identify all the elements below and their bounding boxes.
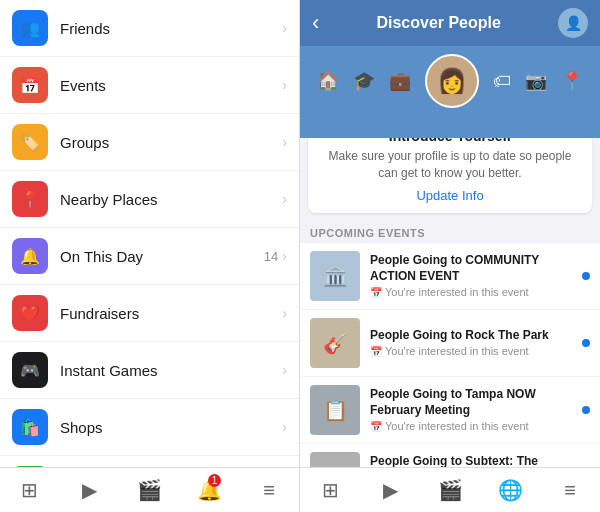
- right-panel-title: Discover People: [319, 14, 558, 32]
- chevron-icon-instant-games: ›: [282, 362, 287, 378]
- event-dot-event3: [582, 406, 590, 414]
- right-nav-menu[interactable]: ≡: [540, 474, 600, 506]
- right-bottom-nav-bar: ⊞▶🎬🌐≡: [300, 467, 600, 512]
- menu-item-instant-games[interactable]: 🎮 Instant Games ›: [0, 342, 299, 399]
- right-nav-icon-globe: 🌐: [498, 478, 523, 502]
- right-panel: ‹ Discover People 👤 🏠 🎓 💼 👩 🏷 📷 📍 Introd…: [300, 0, 600, 512]
- menu-icon-shops: 🛍️: [12, 409, 48, 445]
- right-nav-icon-home: ⊞: [322, 478, 339, 502]
- menu-label-friends: Friends: [60, 20, 282, 37]
- menu-label-shops: Shops: [60, 419, 282, 436]
- event-info-event4: People Going to Subtext: The Conceptual …: [370, 454, 576, 467]
- left-panel: 👥 Friends › 📅 Events › 🏷️ Groups › 📍 Nea…: [0, 0, 300, 512]
- menu-label-instant-games: Instant Games: [60, 362, 282, 379]
- event-item-event1[interactable]: 🏛️ People Going to COMMUNITY ACTION EVEN…: [300, 243, 600, 309]
- event-item-event3[interactable]: 📋 People Going to Tampa NOW February Mee…: [300, 377, 600, 443]
- right-nav-play[interactable]: ▶: [360, 474, 420, 506]
- event-dot-event2: [582, 339, 590, 347]
- menu-item-friends[interactable]: 👥 Friends ›: [0, 0, 299, 57]
- right-nav-globe[interactable]: 🌐: [480, 474, 540, 506]
- back-button[interactable]: ‹: [312, 10, 319, 36]
- menu-icon-on-this-day: 🔔: [12, 238, 48, 274]
- menu-icon-events: 📅: [12, 67, 48, 103]
- left-nav-play[interactable]: ▶: [60, 474, 120, 506]
- right-nav-icon-play: ▶: [383, 478, 398, 502]
- update-info-button[interactable]: Update Info: [320, 188, 580, 203]
- menu-icon-friends: 👥: [12, 10, 48, 46]
- menu-icon-instant-games: 🎮: [12, 352, 48, 388]
- event-title-event2: People Going to Rock The Park: [370, 328, 576, 344]
- nav-icon-home: ⊞: [21, 478, 38, 502]
- header-avatar[interactable]: 👤: [558, 8, 588, 38]
- graduation-icon[interactable]: 🎓: [353, 70, 375, 92]
- calendar-icon-event1: 📅: [370, 287, 382, 298]
- left-nav-home[interactable]: ⊞: [0, 474, 60, 506]
- event-title-event4: People Going to Subtext: The Conceptual …: [370, 454, 576, 467]
- right-nav-icon-menu: ≡: [564, 479, 576, 502]
- menu-label-nearby-places: Nearby Places: [60, 191, 282, 208]
- menu-item-events[interactable]: 📅 Events ›: [0, 57, 299, 114]
- location-icon[interactable]: 📍: [561, 70, 583, 92]
- upcoming-events-label: UPCOMING EVENTS: [300, 221, 600, 243]
- menu-label-events: Events: [60, 77, 282, 94]
- menu-item-on-this-day[interactable]: 🔔 On This Day 14 ›: [0, 228, 299, 285]
- bottom-nav-bar: ⊞▶🎬🔔1≡: [0, 467, 299, 512]
- left-nav-notifications[interactable]: 🔔1: [179, 474, 239, 506]
- nav-icon-menu: ≡: [263, 479, 275, 502]
- menu-list: 👥 Friends › 📅 Events › 🏷️ Groups › 📍 Nea…: [0, 0, 299, 467]
- left-nav-video[interactable]: 🎬: [120, 474, 180, 506]
- calendar-icon-event2: 📅: [370, 346, 382, 357]
- chevron-icon-fundraisers: ›: [282, 305, 287, 321]
- menu-badge-on-this-day: 14: [264, 249, 278, 264]
- home-profile-icon[interactable]: 🏠: [317, 70, 339, 92]
- menu-label-on-this-day: On This Day: [60, 248, 264, 265]
- nav-badge-notifications: 1: [208, 474, 222, 487]
- photo-icon[interactable]: 📷: [525, 70, 547, 92]
- chevron-icon-events: ›: [282, 77, 287, 93]
- event-info-event2: People Going to Rock The Park 📅 You're i…: [370, 328, 576, 358]
- event-sub-event2: 📅 You're interested in this event: [370, 345, 576, 357]
- event-thumbnail-event3: 📋: [310, 385, 360, 435]
- event-sub-event1: 📅 You're interested in this event: [370, 286, 576, 298]
- briefcase-icon[interactable]: 💼: [389, 70, 411, 92]
- menu-item-groups[interactable]: 🏷️ Groups ›: [0, 114, 299, 171]
- event-info-event3: People Going to Tampa NOW February Meeti…: [370, 387, 576, 432]
- event-thumbnail-event2: 🎸: [310, 318, 360, 368]
- event-item-event4[interactable]: 🎨 People Going to Subtext: The Conceptua…: [300, 444, 600, 467]
- menu-item-shops[interactable]: 🛍️ Shops ›: [0, 399, 299, 456]
- introduce-desc: Make sure your profile is up to date so …: [320, 148, 580, 182]
- chevron-icon-shops: ›: [282, 419, 287, 435]
- event-title-event1: People Going to COMMUNITY ACTION EVENT: [370, 253, 576, 284]
- profile-avatar-large[interactable]: 👩: [425, 54, 479, 108]
- menu-item-fundraisers[interactable]: ❤️ Fundraisers ›: [0, 285, 299, 342]
- event-thumbnail-event4: 🎨: [310, 452, 360, 467]
- menu-label-groups: Groups: [60, 134, 282, 151]
- right-nav-home[interactable]: ⊞: [300, 474, 360, 506]
- right-nav-video[interactable]: 🎬: [420, 474, 480, 506]
- menu-icon-nearby-places: 📍: [12, 181, 48, 217]
- chevron-icon-groups: ›: [282, 134, 287, 150]
- event-title-event3: People Going to Tampa NOW February Meeti…: [370, 387, 576, 418]
- menu-icon-fundraisers: ❤️: [12, 295, 48, 331]
- event-dot-event1: [582, 272, 590, 280]
- calendar-icon-event3: 📅: [370, 421, 382, 432]
- event-info-event1: People Going to COMMUNITY ACTION EVENT 📅…: [370, 253, 576, 298]
- right-header: ‹ Discover People 👤: [300, 0, 600, 46]
- menu-icon-groups: 🏷️: [12, 124, 48, 160]
- tag-icon[interactable]: 🏷: [493, 71, 511, 92]
- right-nav-icon-video: 🎬: [438, 478, 463, 502]
- chevron-icon-on-this-day: ›: [282, 248, 287, 264]
- nav-icon-video: 🎬: [137, 478, 162, 502]
- event-thumbnail-event1: 🏛️: [310, 251, 360, 301]
- profile-icon-row: 🏠 🎓 💼 👩 🏷 📷 📍: [317, 54, 583, 108]
- left-nav-menu[interactable]: ≡: [239, 474, 299, 506]
- nav-icon-play: ▶: [82, 478, 97, 502]
- event-item-event2[interactable]: 🎸 People Going to Rock The Park 📅 You're…: [300, 310, 600, 376]
- chevron-icon-nearby-places: ›: [282, 191, 287, 207]
- events-list: 🏛️ People Going to COMMUNITY ACTION EVEN…: [300, 243, 600, 467]
- menu-item-moves[interactable]: 🏃 Moves ›: [0, 456, 299, 467]
- profile-banner: 🏠 🎓 💼 👩 🏷 📷 📍: [300, 46, 600, 138]
- chevron-icon-friends: ›: [282, 20, 287, 36]
- menu-item-nearby-places[interactable]: 📍 Nearby Places ›: [0, 171, 299, 228]
- event-sub-event3: 📅 You're interested in this event: [370, 420, 576, 432]
